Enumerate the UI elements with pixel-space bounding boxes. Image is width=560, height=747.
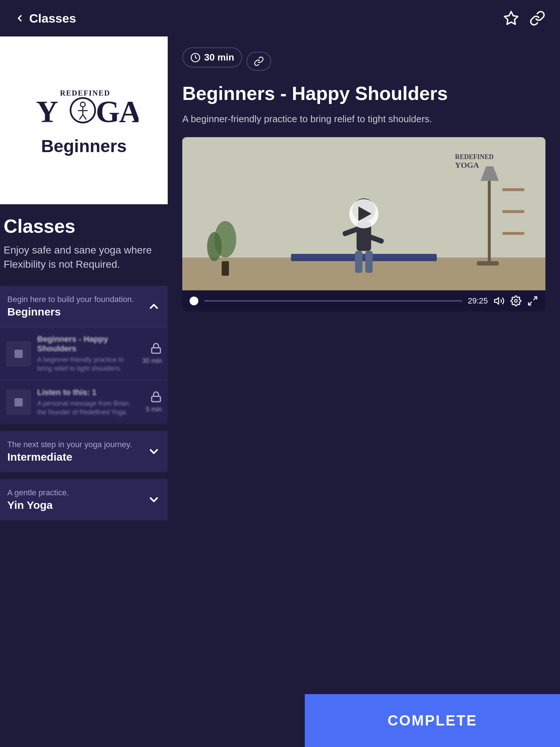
left-text-section: Classes Enjoy safe and sane yoga where F… [0, 204, 168, 279]
course-duration-1: 30 min [142, 357, 162, 365]
share-icon[interactable] [529, 10, 545, 26]
chevron-up-icon [147, 300, 160, 313]
svg-rect-22 [355, 251, 362, 273]
svg-rect-29 [477, 261, 499, 266]
svg-line-8 [83, 115, 86, 119]
settings-icon[interactable] [510, 295, 521, 306]
logo-container: REDEFINED Y GA Beginners [29, 85, 139, 156]
course-item-right-2: 5 min [146, 391, 162, 413]
svg-text:REDEFINED: REDEFINED [455, 153, 494, 160]
course-thumbnail-1 [6, 341, 31, 367]
svg-line-7 [79, 115, 83, 119]
svg-point-4 [81, 102, 85, 107]
time-display: 29:25 [468, 296, 488, 306]
svg-text:YOGA: YOGA [455, 160, 479, 170]
right-column: 30 min Beginners - Happy Shoulders A beg… [168, 36, 560, 381]
main-content: REDEFINED Y GA Beginners Classes [0, 36, 560, 520]
header: Classes [0, 0, 560, 36]
list-item[interactable]: Listen to this: 1 A personal message fro… [0, 380, 168, 424]
svg-marker-35 [495, 298, 499, 305]
left-column: REDEFINED Y GA Beginners Classes [0, 36, 168, 520]
list-item[interactable]: Beginners - Happy Shoulders A beginner-f… [0, 327, 168, 380]
course-duration-2: 5 min [146, 406, 162, 413]
back-arrow-icon [15, 13, 25, 23]
classes-subtext: Enjoy safe and sane yoga where Flexibili… [4, 243, 160, 271]
course-info-2: Listen to this: 1 A personal message fro… [37, 388, 140, 417]
duration-text: 30 min [204, 52, 234, 63]
duration-badge: 30 min [182, 47, 242, 67]
beginners-course-items: Beginners - Happy Shoulders A beginner-f… [0, 327, 168, 424]
accordion-yin-yoga-text: A gentle practice. Yin Yoga [7, 488, 69, 511]
video-controls: 29:25 [182, 290, 545, 311]
accordion-beginners-title: Beginners [7, 306, 134, 318]
svg-line-38 [529, 302, 532, 305]
class-description: A beginner-friendly practice to bring re… [182, 112, 545, 126]
svg-rect-30 [502, 188, 524, 191]
course-desc-1: A beginner-friendly practice to bring re… [37, 356, 136, 373]
link-badge[interactable] [246, 52, 271, 71]
svg-text:Y: Y [36, 95, 58, 129]
yoga-logo: REDEFINED Y GA [29, 85, 139, 129]
svg-rect-13 [152, 396, 160, 402]
svg-rect-10 [15, 350, 23, 358]
accordion-intermediate: The next step in your yoga journey. Inte… [0, 431, 168, 472]
back-button[interactable]: Classes [15, 11, 76, 26]
progress-dot[interactable] [190, 297, 198, 305]
svg-text:GA: GA [96, 95, 139, 129]
svg-rect-11 [152, 348, 160, 353]
svg-rect-23 [365, 251, 373, 273]
svg-point-36 [514, 300, 517, 303]
header-actions [503, 10, 545, 26]
svg-rect-27 [488, 181, 491, 261]
spacer [182, 311, 545, 370]
classes-heading: Classes [4, 215, 160, 237]
play-button[interactable] [349, 199, 378, 228]
header-back-label: Classes [29, 11, 76, 26]
svg-rect-12 [15, 398, 23, 406]
svg-rect-31 [502, 210, 524, 213]
link-icon [254, 56, 264, 66]
course-thumbnail-2 [6, 390, 31, 415]
video-frame: REDEFINED YOGA [182, 137, 545, 290]
chevron-down-icon [147, 493, 160, 506]
accordion-yin-yoga-title: Yin Yoga [7, 499, 69, 511]
class-title: Beginners - Happy Shoulders [182, 82, 545, 105]
lock-icon [150, 342, 162, 354]
category-label: Beginners [41, 136, 127, 156]
course-title-1: Beginners - Happy Shoulders [37, 334, 136, 353]
svg-line-37 [534, 297, 537, 300]
chevron-down-icon [147, 445, 160, 458]
bookmark-icon[interactable] [503, 10, 519, 26]
play-triangle-icon [358, 206, 372, 221]
svg-rect-17 [291, 254, 437, 261]
lock-icon [150, 391, 162, 403]
class-thumbnail: REDEFINED Y GA Beginners [0, 36, 168, 204]
course-desc-2: A personal message from Brian, the found… [37, 399, 140, 417]
clock-icon [190, 53, 201, 63]
progress-bar[interactable] [204, 300, 462, 302]
volume-icon[interactable] [494, 295, 505, 306]
course-title-2: Listen to this: 1 [37, 388, 140, 397]
fullscreen-icon[interactable] [527, 295, 538, 306]
accordion-intermediate-text: The next step in your yoga journey. Inte… [7, 440, 132, 463]
accordion-beginners-header[interactable]: Begin here to build your foundation. Beg… [0, 286, 168, 327]
accordion-intermediate-subtitle: The next step in your yoga journey. [7, 440, 132, 449]
course-item-right-1: 30 min [142, 342, 162, 365]
accordion-intermediate-title: Intermediate [7, 451, 132, 463]
svg-marker-0 [505, 12, 518, 24]
video-player[interactable]: REDEFINED YOGA 29:25 [182, 137, 545, 311]
complete-button[interactable]: COMPLETE [305, 694, 560, 747]
accordion-beginners-text: Begin here to build your foundation. Beg… [7, 295, 134, 318]
accordion-yin-yoga: A gentle practice. Yin Yoga [0, 479, 168, 520]
svg-point-25 [207, 232, 222, 261]
course-info-1: Beginners - Happy Shoulders A beginner-f… [37, 334, 136, 373]
badges-row: 30 min [182, 47, 545, 75]
svg-rect-32 [502, 232, 524, 235]
accordion-intermediate-header[interactable]: The next step in your yoga journey. Inte… [0, 431, 168, 472]
svg-rect-26 [222, 261, 229, 276]
accordion-yin-yoga-header[interactable]: A gentle practice. Yin Yoga [0, 479, 168, 520]
accordion-yin-yoga-subtitle: A gentle practice. [7, 488, 69, 498]
accordion-beginners-subtitle: Begin here to build your foundation. [7, 295, 134, 304]
accordion-beginners: Begin here to build your foundation. Beg… [0, 286, 168, 424]
